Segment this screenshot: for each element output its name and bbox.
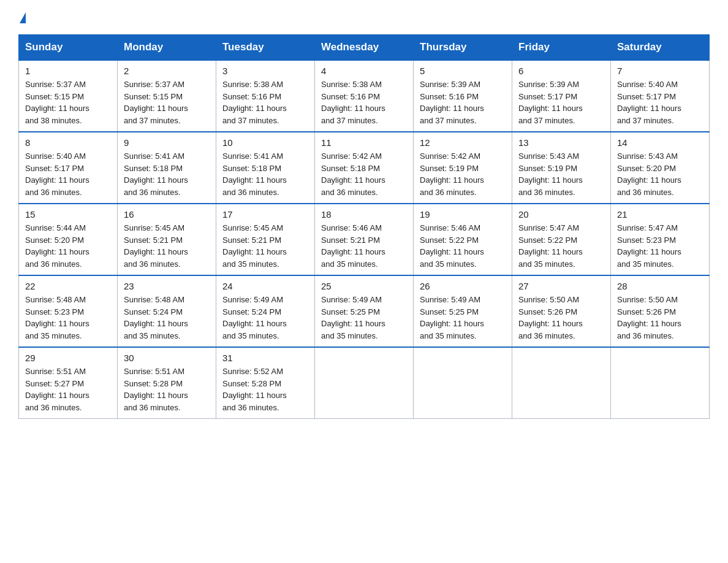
day-number: 20 (518, 209, 604, 220)
calendar-day-cell (512, 347, 611, 419)
weekday-header-saturday: Saturday (611, 35, 710, 61)
day-info: Sunrise: 5:46 AM Sunset: 5:21 PM Dayligh… (321, 222, 407, 270)
logo (18, 12, 26, 23)
day-info: Sunrise: 5:47 AM Sunset: 5:22 PM Dayligh… (518, 222, 604, 270)
calendar-day-cell: 8 Sunrise: 5:40 AM Sunset: 5:17 PM Dayli… (19, 132, 118, 204)
calendar-day-cell: 27 Sunrise: 5:50 AM Sunset: 5:26 PM Dayl… (512, 275, 611, 347)
day-number: 21 (617, 209, 703, 220)
day-info: Sunrise: 5:44 AM Sunset: 5:20 PM Dayligh… (25, 222, 111, 270)
day-info: Sunrise: 5:46 AM Sunset: 5:22 PM Dayligh… (420, 222, 506, 270)
day-number: 22 (25, 281, 111, 291)
day-info: Sunrise: 5:51 AM Sunset: 5:27 PM Dayligh… (25, 366, 111, 413)
day-number: 3 (222, 66, 308, 76)
day-number: 31 (222, 353, 308, 363)
calendar-day-cell: 26 Sunrise: 5:49 AM Sunset: 5:25 PM Dayl… (414, 275, 512, 347)
calendar-day-cell: 30 Sunrise: 5:51 AM Sunset: 5:28 PM Dayl… (118, 347, 216, 419)
weekday-header-thursday: Thursday (414, 35, 512, 61)
day-number: 8 (25, 137, 111, 148)
day-number: 6 (518, 66, 604, 76)
calendar-day-cell: 21 Sunrise: 5:47 AM Sunset: 5:23 PM Dayl… (611, 204, 710, 275)
calendar-day-cell: 31 Sunrise: 5:52 AM Sunset: 5:28 PM Dayl… (216, 347, 315, 419)
day-info: Sunrise: 5:41 AM Sunset: 5:18 PM Dayligh… (222, 150, 308, 198)
calendar-day-cell: 2 Sunrise: 5:37 AM Sunset: 5:15 PM Dayli… (118, 60, 216, 132)
calendar-day-cell: 10 Sunrise: 5:41 AM Sunset: 5:18 PM Dayl… (216, 132, 315, 204)
calendar-day-cell: 6 Sunrise: 5:39 AM Sunset: 5:17 PM Dayli… (512, 60, 611, 132)
day-number: 24 (222, 281, 308, 291)
calendar-day-cell (315, 347, 414, 419)
day-number: 14 (617, 137, 703, 148)
calendar-day-cell: 14 Sunrise: 5:43 AM Sunset: 5:20 PM Dayl… (611, 132, 710, 204)
day-number: 12 (420, 137, 506, 148)
calendar-week-row: 22 Sunrise: 5:48 AM Sunset: 5:23 PM Dayl… (19, 275, 710, 347)
calendar-day-cell: 17 Sunrise: 5:45 AM Sunset: 5:21 PM Dayl… (216, 204, 315, 275)
day-number: 2 (124, 66, 210, 76)
day-info: Sunrise: 5:38 AM Sunset: 5:16 PM Dayligh… (321, 79, 407, 126)
day-number: 5 (420, 66, 506, 76)
day-info: Sunrise: 5:39 AM Sunset: 5:16 PM Dayligh… (420, 79, 506, 126)
calendar-day-cell: 11 Sunrise: 5:42 AM Sunset: 5:18 PM Dayl… (315, 132, 414, 204)
day-info: Sunrise: 5:38 AM Sunset: 5:16 PM Dayligh… (222, 79, 308, 126)
day-number: 27 (518, 281, 604, 291)
day-number: 17 (222, 209, 308, 220)
calendar-day-cell: 12 Sunrise: 5:42 AM Sunset: 5:19 PM Dayl… (414, 132, 512, 204)
day-info: Sunrise: 5:49 AM Sunset: 5:24 PM Dayligh… (222, 294, 308, 342)
day-info: Sunrise: 5:50 AM Sunset: 5:26 PM Dayligh… (617, 294, 703, 342)
day-info: Sunrise: 5:39 AM Sunset: 5:17 PM Dayligh… (518, 79, 604, 126)
calendar-week-row: 1 Sunrise: 5:37 AM Sunset: 5:15 PM Dayli… (19, 60, 710, 132)
calendar-day-cell: 18 Sunrise: 5:46 AM Sunset: 5:21 PM Dayl… (315, 204, 414, 275)
calendar-day-cell: 9 Sunrise: 5:41 AM Sunset: 5:18 PM Dayli… (118, 132, 216, 204)
day-info: Sunrise: 5:47 AM Sunset: 5:23 PM Dayligh… (617, 222, 703, 270)
day-info: Sunrise: 5:41 AM Sunset: 5:18 PM Dayligh… (124, 150, 210, 198)
day-info: Sunrise: 5:45 AM Sunset: 5:21 PM Dayligh… (222, 222, 308, 270)
calendar-day-cell: 16 Sunrise: 5:45 AM Sunset: 5:21 PM Dayl… (118, 204, 216, 275)
calendar-day-cell: 29 Sunrise: 5:51 AM Sunset: 5:27 PM Dayl… (19, 347, 118, 419)
day-info: Sunrise: 5:37 AM Sunset: 5:15 PM Dayligh… (124, 79, 210, 126)
day-number: 25 (321, 281, 407, 291)
page-header (18, 12, 710, 23)
day-number: 26 (420, 281, 506, 291)
day-info: Sunrise: 5:49 AM Sunset: 5:25 PM Dayligh… (420, 294, 506, 342)
calendar-day-cell (611, 347, 710, 419)
calendar-day-cell: 3 Sunrise: 5:38 AM Sunset: 5:16 PM Dayli… (216, 60, 315, 132)
day-info: Sunrise: 5:43 AM Sunset: 5:20 PM Dayligh… (617, 150, 703, 198)
logo-triangle-icon (20, 12, 26, 23)
calendar-day-cell: 4 Sunrise: 5:38 AM Sunset: 5:16 PM Dayli… (315, 60, 414, 132)
calendar-week-row: 15 Sunrise: 5:44 AM Sunset: 5:20 PM Dayl… (19, 204, 710, 275)
calendar-day-cell: 7 Sunrise: 5:40 AM Sunset: 5:17 PM Dayli… (611, 60, 710, 132)
day-number: 19 (420, 209, 506, 220)
calendar-day-cell: 23 Sunrise: 5:48 AM Sunset: 5:24 PM Dayl… (118, 275, 216, 347)
day-info: Sunrise: 5:40 AM Sunset: 5:17 PM Dayligh… (617, 79, 703, 126)
day-info: Sunrise: 5:42 AM Sunset: 5:19 PM Dayligh… (420, 150, 506, 198)
day-info: Sunrise: 5:37 AM Sunset: 5:15 PM Dayligh… (25, 79, 111, 126)
day-number: 11 (321, 137, 407, 148)
weekday-header-sunday: Sunday (19, 35, 118, 61)
day-number: 9 (124, 137, 210, 148)
day-number: 1 (25, 66, 111, 76)
calendar-day-cell: 1 Sunrise: 5:37 AM Sunset: 5:15 PM Dayli… (19, 60, 118, 132)
day-info: Sunrise: 5:42 AM Sunset: 5:18 PM Dayligh… (321, 150, 407, 198)
calendar-day-cell: 25 Sunrise: 5:49 AM Sunset: 5:25 PM Dayl… (315, 275, 414, 347)
calendar-table: SundayMondayTuesdayWednesdayThursdayFrid… (18, 34, 710, 419)
calendar-day-cell (414, 347, 512, 419)
day-info: Sunrise: 5:49 AM Sunset: 5:25 PM Dayligh… (321, 294, 407, 342)
day-info: Sunrise: 5:51 AM Sunset: 5:28 PM Dayligh… (124, 366, 210, 413)
calendar-week-row: 29 Sunrise: 5:51 AM Sunset: 5:27 PM Dayl… (19, 347, 710, 419)
day-number: 30 (124, 353, 210, 363)
day-number: 15 (25, 209, 111, 220)
day-number: 7 (617, 66, 703, 76)
calendar-day-cell: 22 Sunrise: 5:48 AM Sunset: 5:23 PM Dayl… (19, 275, 118, 347)
day-info: Sunrise: 5:43 AM Sunset: 5:19 PM Dayligh… (518, 150, 604, 198)
day-info: Sunrise: 5:50 AM Sunset: 5:26 PM Dayligh… (518, 294, 604, 342)
day-number: 18 (321, 209, 407, 220)
day-info: Sunrise: 5:45 AM Sunset: 5:21 PM Dayligh… (124, 222, 210, 270)
day-number: 16 (124, 209, 210, 220)
day-info: Sunrise: 5:48 AM Sunset: 5:24 PM Dayligh… (124, 294, 210, 342)
day-number: 29 (25, 353, 111, 363)
calendar-day-cell: 15 Sunrise: 5:44 AM Sunset: 5:20 PM Dayl… (19, 204, 118, 275)
weekday-header-wednesday: Wednesday (315, 35, 414, 61)
weekday-header-row: SundayMondayTuesdayWednesdayThursdayFrid… (19, 35, 710, 61)
calendar-day-cell: 20 Sunrise: 5:47 AM Sunset: 5:22 PM Dayl… (512, 204, 611, 275)
day-number: 13 (518, 137, 604, 148)
day-number: 28 (617, 281, 703, 291)
day-info: Sunrise: 5:52 AM Sunset: 5:28 PM Dayligh… (222, 366, 308, 413)
